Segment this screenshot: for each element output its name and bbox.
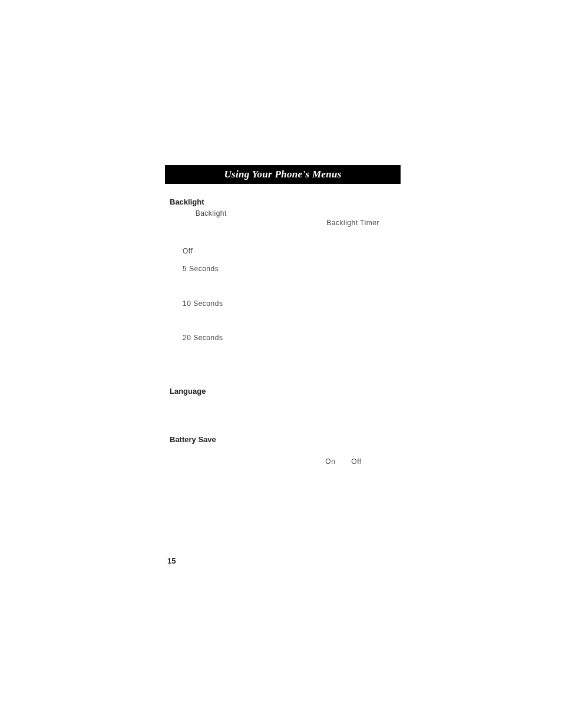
battery-sep: or — [337, 457, 345, 466]
bullet-icon: • — [174, 246, 183, 256]
bullet-icon: • — [174, 299, 183, 308]
intro-prefix: The — [183, 209, 196, 218]
option-desc: turns the backlight off. — [194, 247, 259, 255]
section-heading-language: Language — [170, 386, 396, 397]
option-label-off: Off — [183, 247, 193, 255]
list-item: • 10 Seconds keeps the backlight on for … — [174, 299, 396, 325]
battery-body: Set battery save to On or Off . — [183, 449, 396, 466]
backlight-intro: The Backlight feature controls how long … — [183, 209, 396, 238]
section-heading-battery: Battery Save — [170, 434, 396, 445]
battery-suffix: . — [363, 457, 365, 466]
battery-on-token: On — [325, 457, 335, 466]
language-body: Select the language used for display tex… — [183, 398, 396, 407]
intro-mono-backlight: Backlight — [196, 209, 227, 218]
intro-mid: feature controls how long the display — [183, 219, 289, 227]
bullet-icon: • — [174, 333, 183, 342]
list-item: • 20 Seconds keeps the backlight on for … — [174, 333, 396, 359]
backlight-options-list: • Off turns the backlight off. • 5 Secon… — [174, 246, 396, 359]
list-item: • Off turns the backlight off. — [174, 246, 396, 256]
battery-off-token: Off — [351, 457, 361, 466]
page-title-bar: Using Your Phone's Menus — [165, 165, 401, 184]
option-label-5s: 5 Seconds — [183, 265, 219, 273]
page-content: Backlight The Backlight feature controls… — [165, 184, 401, 466]
battery-prefix: Set battery save to — [183, 457, 236, 466]
page-title-text: Using Your Phone's Menus — [224, 169, 341, 180]
page-number: 15 — [167, 556, 176, 565]
section-heading-backlight: Backlight — [170, 197, 396, 207]
list-item: • 5 Seconds keeps the backlight on for f… — [174, 264, 396, 290]
intro-mono-timer: Backlight Timer — [326, 219, 379, 227]
option-label-20s: 20 Seconds — [183, 334, 223, 342]
option-label-10s: 10 Seconds — [183, 299, 223, 308]
bullet-icon: • — [174, 264, 183, 274]
